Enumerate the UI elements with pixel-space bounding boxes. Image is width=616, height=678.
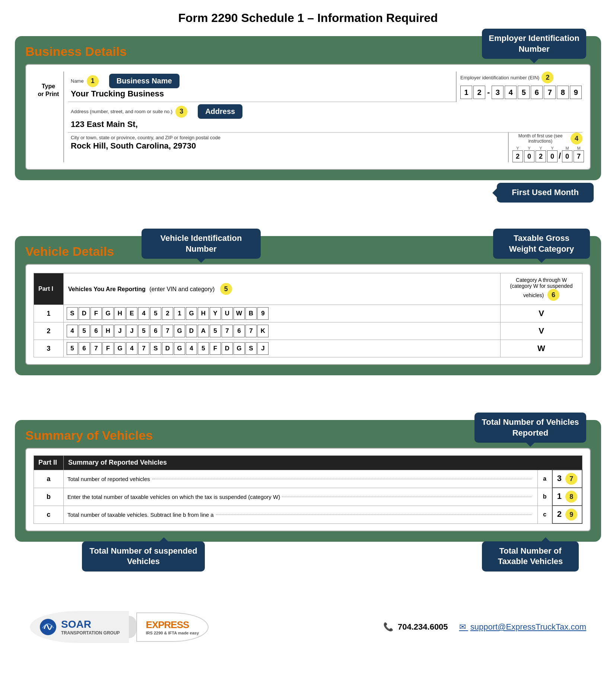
email-icon: ✉: [459, 622, 466, 631]
line-b-text: Enter the total number of taxable vehicl…: [64, 488, 538, 506]
month-d4: Y 0: [547, 146, 558, 162]
ein-d1: 1: [460, 86, 472, 99]
category-header: Category A through W (category W for sus…: [501, 273, 582, 305]
summary-table: Part II Summary of Reported Vehicles a T: [34, 455, 582, 524]
footer-contact: 📞 704.234.6005 ✉ support@ExpressTruckTax…: [383, 622, 586, 632]
express-logo: EXPRESS IRS 2290 & IFTA made easy: [136, 612, 209, 642]
address-field: Address (number, street, and room or sui…: [68, 102, 582, 132]
ein-d2: 2: [473, 86, 485, 99]
name-field: Name 1 Business Name Your Trucking Busin…: [68, 71, 456, 102]
biz-fields: Name 1 Business Name Your Trucking Busin…: [63, 71, 582, 162]
business-form-box: Type or Print Name 1: [25, 64, 591, 170]
ein-d9: 9: [570, 86, 582, 99]
vin-2: 456 HJJ 567 GDA 576 7K: [67, 325, 497, 337]
ein-d3: 3: [492, 86, 504, 99]
cat-2: V: [501, 322, 582, 340]
callout-ein: Employer Identification Number: [482, 29, 586, 59]
line-a-value: 3 7: [552, 470, 582, 488]
summary-line-c: c Total number of taxable vehicles. Subt…: [34, 506, 582, 523]
summary-line-b: b Enter the total number of taxable vehi…: [34, 488, 582, 506]
callout-total-vehicles: Total Number of Vehicles Reported: [474, 413, 586, 443]
footer: SOAR TRANSPORTATION GROUP EXPRESS IRS 22…: [15, 604, 601, 650]
vehicle-table: Part I Vehicles You Are Reporting (enter…: [34, 273, 582, 357]
vehicle-form-box: Part I Vehicles You Are Reporting (enter…: [25, 264, 591, 365]
line-c-label: c: [34, 506, 64, 523]
city-month-row: City or town, state or province, country…: [68, 133, 582, 162]
month-field: Month of first use (see instructions) 4 …: [508, 133, 582, 162]
line-a-label: a: [34, 470, 64, 488]
callout-address: Address: [198, 104, 242, 119]
vehicle-row-2: 2 456 HJJ 567 GDA 576 7K V: [34, 322, 582, 340]
month-d6: M 7: [574, 146, 584, 162]
line-c-text: Total number of taxable vehicles. Subtra…: [64, 506, 538, 523]
phone-icon: 📞: [383, 622, 393, 631]
ein-field: Employer identification number (EIN) 2 1…: [456, 71, 582, 102]
callout-business-name: Business Name: [109, 74, 180, 88]
line-c-value: 2 9: [552, 506, 582, 523]
line-b-label: b: [34, 488, 64, 506]
month-digits: Y 2 Y 0 Y 2: [512, 146, 582, 162]
footer-email[interactable]: ✉ support@ExpressTruckTax.com: [459, 622, 586, 632]
part-ii-label: Part II: [34, 456, 64, 470]
ein-d5: 5: [518, 86, 530, 99]
summary-line-a: a Total number of reported vehicles a 3 …: [34, 470, 582, 488]
city-field: City or town, state or province, country…: [68, 133, 508, 162]
footer-phone: 📞 704.234.6005: [383, 622, 448, 632]
vehicle-row-1: 1 SDF GHE 452 1GH YUW B9 V: [34, 305, 582, 322]
page-title: Form 2290 Schedule 1 – Information Requi…: [15, 11, 601, 25]
name-ein-row: Name 1 Business Name Your Trucking Busin…: [68, 71, 582, 102]
address-row: Address (number, street, and room or sui…: [68, 102, 582, 133]
line-a-text: Total number of reported vehicles: [64, 470, 538, 488]
line-c-ref: c: [537, 506, 552, 523]
ein-d6: 6: [531, 86, 543, 99]
vin-1: SDF GHE 452 1GH YUW B9: [67, 307, 497, 320]
line-b-value: 1 8: [552, 488, 582, 506]
callout-suspended: Total Number of suspended Vehicles: [82, 541, 205, 572]
month-d3: Y 2: [536, 146, 546, 162]
month-d2: Y 0: [524, 146, 534, 162]
callout-tgw: Taxable Gross Weight Category: [493, 229, 590, 259]
callout-vin: Vehicle Identification Number: [142, 229, 261, 259]
callout-taxable: Total Number of Taxable Vehicles: [482, 541, 579, 572]
vin-3: 567 FG4 7SD G45 FDG SJ: [67, 342, 497, 355]
month-d1: Y 2: [512, 146, 523, 162]
summary-form-box: Part II Summary of Reported Vehicles a T: [25, 448, 591, 531]
line-b-ref: b: [537, 488, 552, 506]
cat-1: V: [501, 305, 582, 322]
cat-3: W: [501, 340, 582, 357]
type-or-print-label: Type or Print: [34, 71, 63, 98]
part-i-label: Part I: [34, 273, 64, 305]
logo-divider: [129, 616, 136, 638]
ein-d7: 7: [544, 86, 556, 99]
vehicle-row-3: 3 567 FG4 7SD G45 FDG SJ W: [34, 340, 582, 357]
callout-first-used: First Used Month: [497, 183, 594, 203]
soar-icon: [39, 618, 57, 636]
part-ii-title: Summary of Reported Vehicles: [64, 456, 582, 470]
ein-digits: 1 2 - 3 4 5 6 7 8 9: [460, 86, 582, 99]
ein-d4: 4: [505, 86, 517, 99]
soar-logo: SOAR TRANSPORTATION GROUP: [30, 611, 129, 643]
part-i-title: Vehicles You Are Reporting (enter VIN an…: [64, 273, 501, 305]
footer-logos: SOAR TRANSPORTATION GROUP EXPRESS IRS 22…: [30, 611, 209, 643]
ein-d8: 8: [557, 86, 569, 99]
month-d5: M 0: [562, 146, 572, 162]
line-a-ref: a: [537, 470, 552, 488]
